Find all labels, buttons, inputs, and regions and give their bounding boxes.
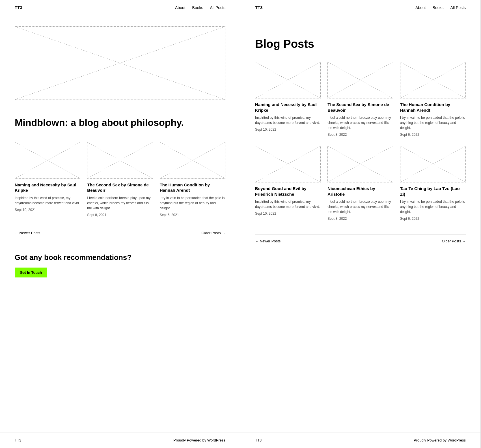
left-newer-posts[interactable]: ← Newer Posts [15, 231, 40, 235]
right-pagination: ← Newer Posts Older Posts → [255, 234, 466, 248]
svg-line-3 [15, 142, 80, 178]
right-post-5-excerpt: I try in vain to be persuaded that the p… [400, 199, 466, 214]
left-nav: About Books All Posts [175, 5, 225, 10]
right-post-1-excerpt: I feel a cold northern breeze play upon … [327, 115, 393, 130]
left-pagination: ← Newer Posts Older Posts → [15, 226, 225, 240]
left-post-card-2: The Human Condition by Hannah Arendt I t… [160, 142, 225, 217]
right-post-3-excerpt: Inspirited by this wind of promise, my d… [255, 199, 321, 209]
right-post-1-title[interactable]: The Second Sex by Simone de Beauvoir [327, 102, 393, 113]
right-post-3-date: Sept 10, 2022 [255, 212, 321, 216]
right-post-2-image [400, 62, 466, 98]
right-post-5-image [400, 146, 466, 182]
left-post-card-1: The Second Sex by Simone de Beauvoir I f… [87, 142, 153, 217]
svg-line-19 [400, 146, 465, 182]
right-post-4-title[interactable]: Nicomachean Ethics by Aristotle [327, 186, 393, 197]
left-post-2-image [160, 142, 225, 179]
right-post-2-excerpt: I try in vain to be persuaded that the p… [400, 115, 466, 130]
left-logo[interactable]: TT3 [15, 5, 22, 10]
right-post-1-date: Sept 8, 2022 [327, 133, 393, 137]
left-footer: TT3 Proudly Powered by WordPress [0, 432, 240, 448]
left-footer-credit: Proudly Powered by WordPress [173, 438, 225, 442]
right-post-0-image [255, 62, 321, 98]
right-post-0-title[interactable]: Naming and Necessity by Saul Kripke [255, 102, 321, 113]
right-newer-posts[interactable]: ← Newer Posts [255, 239, 281, 243]
hero-title: Mindblown: a blog about philosophy. [15, 117, 225, 128]
right-nav-about[interactable]: About [415, 5, 426, 10]
left-nav-books[interactable]: Books [192, 5, 203, 10]
right-post-card-5: Tao Te Ching by Lao Tzu (Lao Zi) I try i… [400, 146, 466, 221]
right-post-3-image [255, 146, 321, 182]
right-post-4-date: Sept 8, 2022 [327, 217, 393, 221]
left-post-1-excerpt: I feel a cold northern breeze play upon … [87, 195, 153, 211]
left-footer-logo: TT3 [15, 438, 21, 442]
svg-line-17 [328, 146, 393, 182]
left-post-1-date: Sept 8, 2021 [87, 213, 153, 217]
right-post-3-title[interactable]: Beyond Good and Evil by Friedrich Nietzs… [255, 186, 321, 197]
right-post-0-excerpt: Inspirited by this wind of promise, my d… [255, 115, 321, 125]
left-post-0-date: Sept 10, 2021 [15, 208, 80, 212]
right-post-5-date: Sept 6, 2022 [400, 217, 466, 221]
right-post-card-0: Naming and Necessity by Saul Kripke Insp… [255, 62, 321, 137]
right-post-4-excerpt: I feel a cold northern breeze play upon … [327, 199, 393, 214]
right-nav: About Books All Posts [415, 5, 466, 10]
right-post-1-image [327, 62, 393, 98]
svg-line-15 [255, 146, 320, 182]
left-post-card-0: Naming and Necessity by Saul Kripke Insp… [15, 142, 80, 217]
cta-button[interactable]: Get In Touch [15, 268, 47, 277]
right-nav-books[interactable]: Books [433, 5, 444, 10]
right-post-0-date: Sept 10, 2022 [255, 128, 321, 132]
right-logo[interactable]: TT3 [255, 5, 263, 10]
left-post-2-date: Sept 6, 2021 [160, 213, 225, 217]
left-header: TT3 About Books All Posts [0, 0, 240, 15]
right-main: Blog Posts Naming and Necessity by Saul … [240, 15, 480, 432]
right-post-2-date: Sept 6, 2022 [400, 133, 466, 137]
right-post-4-image [327, 146, 393, 182]
right-post-2-title[interactable]: The Human Condition by Hannah Arendt [400, 102, 466, 113]
left-panel: TT3 About Books All Posts Mindblown: a b… [0, 0, 240, 448]
hero-image-svg [15, 27, 225, 100]
left-nav-allposts[interactable]: All Posts [210, 5, 225, 10]
left-post-0-image [15, 142, 80, 179]
svg-line-11 [328, 62, 393, 98]
left-post-1-title[interactable]: The Second Sex by Simone de Beauvoir [87, 182, 153, 193]
svg-line-13 [400, 62, 465, 98]
right-header: TT3 About Books All Posts [240, 0, 480, 15]
left-post-2-title[interactable]: The Human Condition by Hannah Arendt [160, 182, 225, 193]
left-older-posts[interactable]: Older Posts → [201, 231, 225, 235]
cta-section: Got any book recommendations? Get In Tou… [15, 253, 225, 294]
left-posts-grid: Naming and Necessity by Saul Kripke Insp… [15, 142, 225, 217]
left-nav-about[interactable]: About [175, 5, 186, 10]
svg-line-7 [160, 142, 225, 178]
left-post-1-image [87, 142, 153, 179]
right-post-5-title[interactable]: Tao Te Ching by Lao Tzu (Lao Zi) [400, 186, 466, 197]
right-panel: TT3 About Books All Posts Blog Posts Nam… [240, 0, 481, 448]
svg-line-5 [87, 142, 152, 178]
right-nav-allposts[interactable]: All Posts [450, 5, 466, 10]
right-post-card-3: Beyond Good and Evil by Friedrich Nietzs… [255, 146, 321, 221]
left-post-0-excerpt: Inspirited by this wind of promise, my d… [15, 195, 80, 206]
left-post-2-excerpt: I try in vain to be persuaded that the p… [160, 195, 225, 211]
right-post-card-2: The Human Condition by Hannah Arendt I t… [400, 62, 466, 137]
right-post-card-1: The Second Sex by Simone de Beauvoir I f… [327, 62, 393, 137]
right-post-card-4: Nicomachean Ethics by Aristotle I feel a… [327, 146, 393, 221]
left-post-0-title[interactable]: Naming and Necessity by Saul Kripke [15, 182, 80, 193]
right-older-posts[interactable]: Older Posts → [442, 239, 466, 243]
right-posts-grid-row2: Beyond Good and Evil by Friedrich Nietzs… [255, 146, 466, 221]
svg-line-9 [255, 62, 320, 98]
cta-heading: Got any book recommendations? [15, 253, 225, 262]
left-main: Mindblown: a blog about philosophy. Nami… [0, 15, 240, 432]
right-footer-logo: TT3 [255, 438, 262, 442]
right-footer-credit: Proudly Powered by WordPress [414, 438, 466, 442]
right-footer: TT3 Proudly Powered by WordPress [240, 432, 480, 448]
right-posts-grid-row1: Naming and Necessity by Saul Kripke Insp… [255, 62, 466, 137]
hero-image [15, 26, 225, 100]
blog-posts-title: Blog Posts [255, 38, 466, 50]
